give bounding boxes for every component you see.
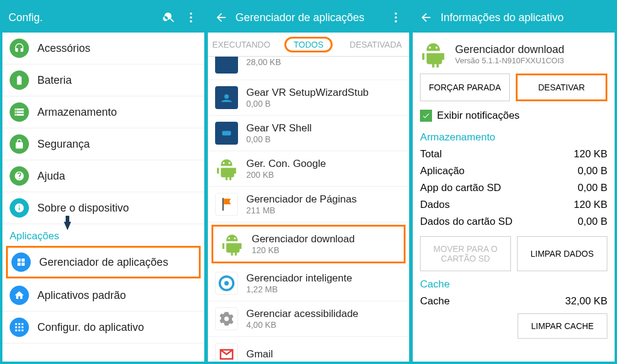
app-row-gmail[interactable]: Gmail [208,337,410,362]
config-item-label: Acessórios [37,42,90,55]
tabs: EXECUTANDO TODOS DESATIVADA [208,33,410,57]
app-row-partial[interactable]: 28,00 KB [208,57,410,80]
lock-icon [10,134,29,154]
panel-app-manager: Gerenciador de aplicações EXECUTANDO TOD… [208,2,410,362]
app-size: 0,00 B [246,134,312,144]
app-size: 1,22 MB [246,284,352,294]
grid-icon [10,318,29,337]
tab-todos[interactable]: TODOS [275,33,342,56]
force-stop-button[interactable]: FORÇAR PARADA [420,74,509,101]
appbar-config: Config. [2,2,204,33]
config-item-config-aplicativo[interactable]: Configur. do aplicativo [2,312,204,344]
config-item-bateria[interactable]: Bateria [2,64,204,96]
notifications-checkbox-row[interactable]: Exibir notificações [413,107,615,128]
config-item-ajuda[interactable]: Ajuda [2,160,204,192]
app-name: Gerenciar acessibilidade [246,308,359,320]
storage-row-dados-sd: Dados do cartão SD0,00 B [413,213,615,230]
cache-buttons: LIMPAR CACHE [413,310,615,345]
gear-app-icon [215,122,238,145]
svg-point-23 [224,281,229,286]
smart-manager-icon [215,272,238,295]
config-item-armazenamento[interactable]: Armazenamento [2,96,204,128]
storage-icon [10,102,29,122]
back-icon[interactable] [214,10,228,25]
svg-point-13 [395,16,398,19]
svg-point-0 [190,13,192,15]
help-icon [10,166,29,186]
app-size: 200 KB [246,170,326,180]
svg-rect-11 [22,330,23,331]
svg-rect-8 [22,327,23,328]
android-icon [221,233,243,256]
search-icon[interactable] [162,10,177,25]
config-item-label: Gerenciador de aplicações [39,256,168,269]
svg-rect-9 [15,330,17,331]
tab-executando[interactable]: EXECUTANDO [208,33,275,56]
move-to-sd-button: MOVER PARA O CARTÃO SD [420,236,510,271]
storage-buttons: MOVER PARA O CARTÃO SD LIMPAR DADOS [413,230,615,275]
app-row-gerenciador-download[interactable]: Gerenciador download 120 KB [211,225,406,263]
kv-key: Total [420,148,442,160]
more-icon[interactable] [389,10,403,25]
app-row-gear-vr-setup[interactable]: Gear VR SetupWizardStub 0,00 B [208,80,410,116]
app-size: 0,00 B [246,99,369,108]
app-name: Gerenciador inteligente [246,272,352,284]
gear-app-icon [215,86,238,109]
config-item-seguranca[interactable]: Segurança [2,128,204,160]
svg-rect-10 [19,330,20,331]
kv-key: Dados [420,199,449,211]
app-row-gear-vr-shell[interactable]: Gear VR Shell 0,00 B [208,116,410,151]
app-name: Gear VR SetupWizardStub [246,87,369,99]
appbar-title: Informações do aplicativo [440,11,609,24]
kv-key: Aplicação [420,165,465,177]
android-icon [215,157,238,180]
config-item-sobre[interactable]: Sobre o dispositivo [2,192,204,224]
config-item-aplicativos-padrao[interactable]: Aplicativos padrão [2,280,204,312]
section-label: Aplicações [10,230,59,242]
app-info-content: Gerenciador download Versão 5.1.1-N910FX… [413,33,615,362]
app-size: 120 KB [252,245,355,255]
app-list[interactable]: 28,00 KB Gear VR SetupWizardStub 0,00 B … [208,57,410,362]
panel-app-info: Informações do aplicativo Gerenciador do… [413,2,615,362]
svg-point-17 [222,162,224,164]
config-item-label: Segurança [37,138,90,151]
section-armazenamento: Armazenamento [413,128,615,146]
svg-rect-7 [19,327,20,328]
svg-point-12 [395,13,398,15]
svg-rect-6 [15,327,17,328]
clear-data-button[interactable]: LIMPAR DADOS [517,236,607,271]
storage-row-dados: Dados120 KB [413,196,615,213]
app-row-gerenciador-inteligente[interactable]: Gerenciador inteligente 1,22 MB [208,266,410,301]
checkbox-label: Exibir notificações [437,110,519,122]
disable-button[interactable]: DESATIVAR [516,74,607,101]
app-name: Gerenciador download [252,233,355,245]
app-row-gerenciar-acessibilidade[interactable]: Gerenciar acessibilidade 4,00 KB [208,301,410,337]
svg-rect-3 [15,323,17,325]
appbar-title: Config. [8,11,155,24]
section-cache: Cache [413,275,615,293]
app-size: 4,00 KB [246,320,359,330]
app-row-ger-con-google[interactable]: Ger. Con. Google 200 KB [208,151,410,187]
back-icon[interactable] [419,10,433,25]
kv-key: Cache [420,295,449,307]
section-aplicacoes: Aplicações [2,224,204,245]
headset-icon [10,39,29,58]
config-item-label: Sobre o dispositivo [37,202,129,215]
kv-value: 0,00 B [578,165,607,177]
config-item-acessorios[interactable]: Acessórios [2,33,204,64]
checkbox-checked-icon[interactable] [420,110,432,122]
app-name: Ger. Con. Google [246,158,326,170]
config-list: Acessórios Bateria Armazenamento Seguran… [2,33,204,362]
app-info-name: Gerenciador download [455,43,564,56]
gear-icon [215,307,238,330]
appbar-app-info: Informações do aplicativo [413,2,615,33]
kv-key: App do cartão SD [420,182,501,194]
config-item-gerenciador-aplicacoes[interactable]: Gerenciador de aplicações [6,246,201,278]
more-icon[interactable] [184,10,198,25]
clear-cache-button[interactable]: LIMPAR CACHE [518,313,607,339]
config-item-label: Armazenamento [37,106,117,119]
gear-app-icon [215,57,238,74]
app-row-gerenciador-paginas[interactable]: Gerenciador de Páginas 211 MB [208,187,410,222]
tab-desativada[interactable]: DESATIVADA [342,33,410,56]
svg-point-18 [228,162,230,164]
